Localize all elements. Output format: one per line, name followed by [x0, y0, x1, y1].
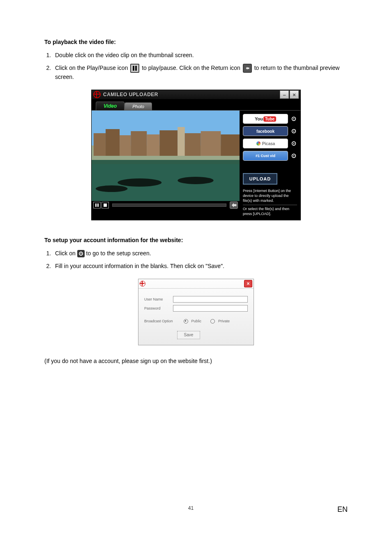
svg-point-16	[96, 185, 128, 192]
service-column: YouTube facebook Picasa #1 Cust vid	[240, 111, 300, 220]
app-icon	[93, 91, 101, 98]
svg-rect-18	[97, 204, 99, 207]
step1-text-a: Click on	[55, 250, 76, 257]
radio-public[interactable]	[184, 319, 188, 324]
svg-rect-11	[201, 131, 221, 156]
uploader-title: CAMILEO UPLOADER	[103, 92, 279, 97]
uploader-titlebar: CAMILEO UPLOADER – ×	[92, 90, 300, 99]
account-app-icon	[140, 281, 145, 287]
svg-point-28	[293, 155, 295, 157]
gear-icon-custom[interactable]	[291, 153, 297, 159]
password-label: Password	[144, 306, 170, 310]
gear-icon-inline	[77, 250, 85, 257]
svg-rect-19	[104, 204, 107, 207]
password-input[interactable]	[173, 305, 248, 312]
stop-control[interactable]	[101, 202, 109, 208]
tab-row: Video Photo	[92, 99, 300, 110]
upload-note: Press [Internet Button] on the device to…	[243, 189, 297, 216]
picasa-label: Picasa	[262, 141, 275, 146]
video-preview[interactable]	[92, 111, 240, 201]
page-number: 41	[44, 505, 337, 514]
svg-point-14	[118, 178, 161, 187]
section1-step1: Double click on the video clip on the th…	[53, 51, 348, 60]
step2-text-a: Click on the Play/Pause icon	[55, 65, 128, 71]
tab-photo[interactable]: Photo	[125, 102, 152, 110]
svg-rect-17	[95, 204, 97, 207]
account-titlebar: ×	[138, 279, 254, 289]
svg-rect-4	[106, 129, 120, 156]
section1-heading: To playback the video file:	[44, 39, 348, 45]
pause-control[interactable]	[93, 202, 101, 208]
step2-text-b: to play/pause. Click on the Return icon	[142, 65, 240, 71]
close-button[interactable]: ×	[290, 90, 299, 99]
service-facebook[interactable]: facebook	[243, 126, 288, 136]
note-line2: Or select the file(s) and then press [UP…	[243, 207, 297, 216]
username-label: User Name	[144, 297, 170, 301]
youtube-you-text: You	[255, 116, 263, 121]
svg-rect-10	[185, 133, 201, 156]
gear-icon-youtube[interactable]	[291, 116, 297, 122]
section2-step2: Fill in your account information in the …	[53, 262, 348, 271]
youtube-tube-text: Tube	[263, 116, 276, 122]
tab-video[interactable]: Video	[96, 102, 125, 110]
option-public: Public	[191, 319, 202, 323]
svg-rect-9	[178, 127, 185, 156]
account-dialog: × User Name Password Broadcast Option Pu…	[138, 279, 254, 345]
save-button[interactable]: Save	[177, 331, 200, 339]
uploader-window: CAMILEO UPLOADER – × Video Photo	[91, 90, 301, 220]
play-pause-icon	[130, 64, 139, 73]
svg-point-15	[178, 177, 214, 184]
option-private: Private	[218, 319, 230, 323]
svg-rect-6	[131, 131, 147, 156]
radio-private[interactable]	[210, 319, 215, 324]
gear-icon-facebook[interactable]	[291, 128, 297, 134]
note-line1: Press [Internet Button] on the device to…	[243, 189, 297, 203]
minimize-button[interactable]: –	[280, 90, 289, 99]
account-close-button[interactable]: ×	[244, 280, 252, 287]
note-divider	[243, 205, 297, 205]
svg-rect-13	[92, 164, 240, 201]
service-youtube[interactable]: YouTube	[243, 114, 288, 124]
preview-area	[92, 111, 240, 220]
username-input[interactable]	[173, 296, 248, 303]
svg-rect-3	[94, 133, 106, 156]
language-indicator: EN	[337, 505, 348, 514]
section2-step1: Click on to go to the setup screen.	[53, 249, 348, 258]
broadcast-label: Broadcast Option	[144, 319, 173, 323]
svg-rect-5	[120, 135, 131, 156]
section2-heading: To setup your account information for th…	[44, 237, 348, 243]
svg-point-26	[293, 143, 295, 144]
upload-button[interactable]: UPLOAD	[243, 173, 277, 185]
section1-step2: Click on the Play/Pause icon to play/pau…	[53, 64, 348, 81]
svg-point-21	[293, 118, 295, 120]
footnote: (If you do not have a account, please si…	[44, 358, 348, 364]
playback-controls	[92, 201, 240, 209]
return-control[interactable]	[230, 201, 238, 209]
service-picasa[interactable]: Picasa	[243, 139, 288, 148]
service-custom[interactable]: #1 Cust vid	[243, 151, 288, 161]
return-icon	[243, 64, 252, 73]
gear-icon-picasa[interactable]	[291, 140, 297, 147]
svg-point-23	[293, 131, 295, 132]
svg-rect-8	[159, 130, 178, 156]
svg-rect-12	[221, 134, 240, 156]
progress-bar[interactable]	[112, 204, 226, 207]
svg-point-30	[80, 253, 81, 254]
step1-text-b: to go to the setup screen.	[86, 250, 151, 257]
svg-rect-7	[147, 134, 159, 156]
